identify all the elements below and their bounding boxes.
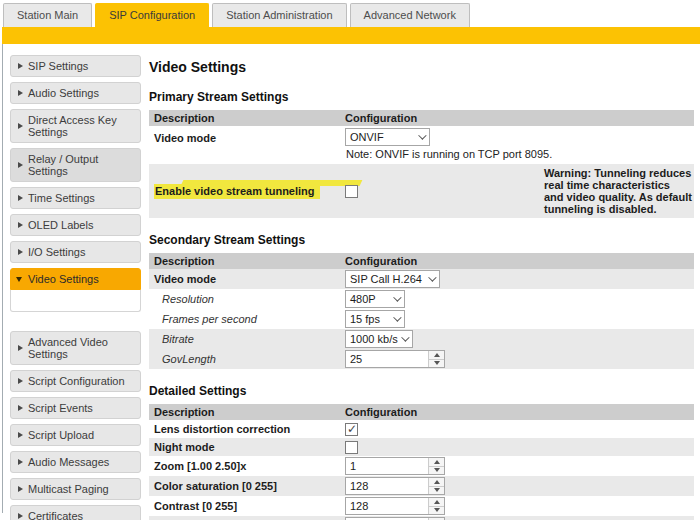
chevron-right-icon <box>18 513 23 519</box>
top-tab-bar: Station Main SIP Configuration Station A… <box>0 0 700 27</box>
frames-per-second-label: Frames per second <box>149 311 345 327</box>
chevron-down-icon <box>16 277 22 282</box>
table-row-secondary-video-mode: Video mode SIP Call H.264 <box>149 269 694 289</box>
resolution-select-value: 480P <box>350 293 376 305</box>
sidebar-item-sip-settings[interactable]: SIP Settings <box>10 55 141 77</box>
night-mode-checkbox[interactable] <box>345 441 358 454</box>
chevron-right-icon <box>18 123 23 129</box>
sidebar-item-video-settings[interactable]: Video Settings <box>10 268 141 290</box>
spinner-up-button[interactable] <box>429 478 444 487</box>
table-row-enable-tunneling: Enable video stream tunneling Warning: T… <box>149 164 694 218</box>
sidebar-item-label: OLED Labels <box>28 219 93 231</box>
spinner-down-button[interactable] <box>429 487 444 495</box>
sidebar-item-oled-labels[interactable]: OLED Labels <box>10 214 141 236</box>
spinner-up-button[interactable] <box>429 498 444 507</box>
table-header-row: Description Configuration <box>149 404 694 420</box>
triangle-down-icon <box>434 508 440 512</box>
chevron-down-icon <box>428 273 436 281</box>
secondary-video-mode-select[interactable]: SIP Call H.264 <box>345 270 440 288</box>
chevron-right-icon <box>18 432 23 438</box>
sidebar-item-label: Multicast Paging <box>28 483 109 495</box>
chevron-right-icon <box>18 459 23 465</box>
table-header-row: Description Configuration <box>149 253 694 269</box>
sidebar-item-relay-output-settings[interactable]: Relay / Output Settings <box>10 148 141 182</box>
secondary-stream-settings-table: Description Configuration Video mode SIP… <box>149 253 694 369</box>
sidebar-item-label: Video Settings <box>28 273 99 285</box>
sidebar-item-audio-settings[interactable]: Audio Settings <box>10 82 141 104</box>
table-row-frames-per-second: Frames per second 15 fps <box>149 309 694 329</box>
triangle-up-icon <box>434 500 440 504</box>
triangle-down-icon <box>434 488 440 492</box>
sidebar-item-time-settings[interactable]: Time Settings <box>10 187 141 209</box>
spinner-down-button[interactable] <box>429 360 444 368</box>
sidebar-item-script-upload[interactable]: Script Upload <box>10 424 141 446</box>
table-header-row: Description Configuration <box>149 110 694 126</box>
resolution-select[interactable]: 480P <box>345 290 405 308</box>
govlength-spinner-value: 25 <box>346 351 428 367</box>
secondary-stream-settings-heading: Secondary Stream Settings <box>149 233 694 247</box>
govlength-spinner[interactable]: 25 <box>345 350 445 368</box>
sidebar-item-label: Audio Messages <box>28 456 109 468</box>
sidebar-item-label: Script Upload <box>28 429 94 441</box>
table-row-color-saturation: Color saturation [0 255] 128 <box>149 476 694 496</box>
lens-distortion-checkbox[interactable] <box>345 423 358 436</box>
chevron-right-icon <box>18 486 23 492</box>
tab-station-main[interactable]: Station Main <box>3 3 92 27</box>
sidebar-item-label: Script Events <box>28 402 93 414</box>
sidebar-item-certificates[interactable]: Certificates <box>10 505 141 520</box>
video-mode-select[interactable]: ONVIF <box>345 128 430 146</box>
zoom-label: Zoom [1.00 2.50]x <box>149 458 345 474</box>
triangle-down-icon <box>434 361 440 365</box>
sidebar-item-io-settings[interactable]: I/O Settings <box>10 241 141 263</box>
frames-per-second-select[interactable]: 15 fps <box>345 310 405 328</box>
bitrate-select[interactable]: 1000 kb/s <box>345 330 413 348</box>
sidebar-item-multicast-paging[interactable]: Multicast Paging <box>10 478 141 500</box>
secondary-video-mode-select-value: SIP Call H.264 <box>350 273 422 285</box>
chevron-right-icon <box>18 249 23 255</box>
sidebar-item-script-configuration[interactable]: Script Configuration <box>10 370 141 392</box>
video-mode-label: Video mode <box>149 127 345 146</box>
spinner-up-button[interactable] <box>429 458 444 467</box>
chevron-right-icon <box>18 195 23 201</box>
spinner-down-button[interactable] <box>429 507 444 515</box>
sidebar-item-advanced-video-settings[interactable]: Advanced Video Settings <box>10 331 141 365</box>
triangle-up-icon <box>434 460 440 464</box>
sidebar-item-script-events[interactable]: Script Events <box>10 397 141 419</box>
chevron-down-icon <box>393 313 401 321</box>
spinner-up-button[interactable] <box>429 351 444 360</box>
description-column-header: Description <box>149 110 345 126</box>
govlength-label: GovLength <box>149 351 345 367</box>
primary-stream-settings-heading: Primary Stream Settings <box>149 90 694 104</box>
chevron-right-icon <box>18 405 23 411</box>
color-saturation-spinner[interactable]: 128 <box>345 477 445 495</box>
page-title: Video Settings <box>149 59 694 75</box>
sidebar-item-label: Advanced Video Settings <box>28 336 108 360</box>
chevron-right-icon <box>18 90 23 96</box>
sidebar-item-audio-messages[interactable]: Audio Messages <box>10 451 141 473</box>
sidebar-item-label: Direct Access Key Settings <box>28 114 117 138</box>
table-row-govlength: GovLength 25 <box>149 349 694 369</box>
color-saturation-label: Color saturation [0 255] <box>149 478 345 494</box>
enable-tunneling-checkbox[interactable] <box>345 185 358 198</box>
triangle-up-icon <box>434 480 440 484</box>
tunneling-warning-text: Warning: Tunneling reduces real time cha… <box>542 164 694 218</box>
contrast-spinner[interactable]: 128 <box>345 497 445 515</box>
resolution-label: Resolution <box>149 291 345 307</box>
configuration-column-header: Configuration <box>345 111 694 125</box>
detailed-settings-table: Description Configuration Lens distortio… <box>149 404 694 520</box>
chevron-right-icon <box>18 162 23 168</box>
tab-station-administration[interactable]: Station Administration <box>212 3 346 27</box>
frames-per-second-select-value: 15 fps <box>350 313 380 325</box>
sidebar-item-direct-access-key-settings[interactable]: Direct Access Key Settings <box>10 109 141 143</box>
chevron-down-icon <box>393 293 401 301</box>
tab-sip-configuration[interactable]: SIP Configuration <box>95 3 209 27</box>
chevron-right-icon <box>18 345 23 351</box>
sidebar-item-label: Script Configuration <box>28 375 125 387</box>
zoom-spinner[interactable]: 1 <box>345 457 445 475</box>
contrast-spinner-value: 128 <box>346 498 428 514</box>
spinner-down-button[interactable] <box>429 467 444 475</box>
table-row-night-mode: Night mode <box>149 438 694 456</box>
night-mode-label: Night mode <box>149 439 345 455</box>
configuration-column-header: Configuration <box>345 405 694 419</box>
tab-advanced-network[interactable]: Advanced Network <box>350 3 470 27</box>
